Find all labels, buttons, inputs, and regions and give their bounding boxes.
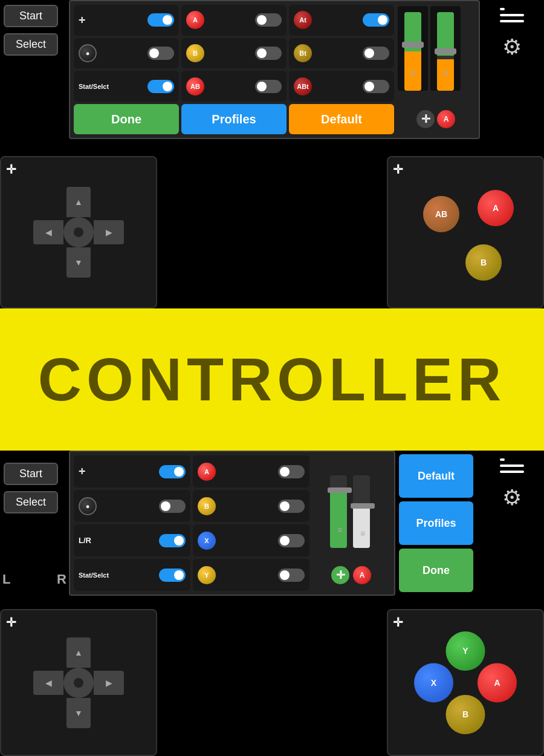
statselect-toggle[interactable] bbox=[147, 80, 174, 93]
a-toggle[interactable] bbox=[255, 13, 282, 27]
dpad-move-icon-bottom[interactable]: ✛ bbox=[6, 615, 16, 630]
bt-toggle[interactable] bbox=[363, 47, 389, 60]
dpad-left-bottom[interactable]: ◀ bbox=[33, 671, 63, 695]
at-btn-row: At bbox=[289, 5, 394, 36]
y-button-bottom[interactable]: Y bbox=[198, 566, 216, 584]
bottom-section: Start Select L R ✛ A ≡ bbox=[0, 451, 544, 756]
hamburger-menu-bottom[interactable] bbox=[500, 457, 524, 475]
profiles-button-bottom[interactable]: Profiles bbox=[399, 501, 473, 545]
action-panel-bottom: Default Profiles Done bbox=[395, 451, 477, 596]
x-cluster-btn-bottom[interactable]: X bbox=[414, 663, 453, 702]
start-button-bottom[interactable]: Start bbox=[4, 463, 58, 485]
controller-title: CONTROLLER bbox=[38, 345, 506, 414]
slider-actions-bottom: ✛ A bbox=[312, 559, 390, 591]
dpad-top[interactable]: ▲ ◀ ▶ ▼ bbox=[33, 187, 124, 278]
joystick-button-bottom[interactable]: ● bbox=[79, 497, 97, 515]
joystick-toggle-bottom-row: ● bbox=[74, 490, 190, 522]
statselect-toggle-row: Stat/Selct bbox=[74, 71, 179, 102]
joystick-button[interactable]: ● bbox=[79, 44, 97, 62]
black-center-bottom bbox=[157, 609, 387, 756]
lr-toggle-bottom[interactable] bbox=[159, 534, 186, 547]
settings-icon-top[interactable]: ⚙ bbox=[499, 34, 525, 60]
done-button-top[interactable]: Done bbox=[74, 104, 179, 134]
black-center-top bbox=[157, 156, 387, 308]
slider-a-bottom[interactable]: A bbox=[353, 566, 371, 584]
b-toggle[interactable] bbox=[255, 47, 282, 60]
a-cluster-btn-bottom[interactable]: A bbox=[478, 663, 517, 702]
statselect-toggle-bottom-row: Stat/Selct bbox=[74, 559, 190, 591]
btn-panel-move-icon-top[interactable]: ✛ bbox=[393, 162, 403, 177]
lr-labels: L R bbox=[0, 572, 69, 587]
profiles-button-top[interactable]: Profiles bbox=[181, 104, 287, 134]
vslider-pair-bottom: ≡ ≡ bbox=[312, 455, 390, 556]
select-button-bottom[interactable]: Select bbox=[4, 491, 58, 513]
btn-cluster-top: AB A B bbox=[411, 178, 520, 287]
abt-button[interactable]: ABt bbox=[294, 77, 312, 96]
ab-toggle[interactable] bbox=[255, 80, 282, 93]
slider-actions-top: ✛ A bbox=[397, 104, 475, 134]
btn-panel-top: ✛ AB A B bbox=[387, 156, 544, 308]
dpad-toggle[interactable] bbox=[147, 13, 174, 27]
slider-a-top[interactable]: A bbox=[437, 110, 455, 128]
x-button-bottom[interactable]: X bbox=[198, 532, 216, 550]
at-toggle[interactable] bbox=[363, 13, 389, 27]
dpad-dot-top bbox=[74, 227, 83, 237]
done-button-bottom[interactable]: Done bbox=[399, 549, 473, 592]
dpad-bottom[interactable]: ▲ ◀ ▶ ▼ bbox=[33, 637, 124, 728]
b-button[interactable]: B bbox=[186, 44, 204, 62]
b-cluster-btn-bottom[interactable]: B bbox=[446, 695, 485, 734]
dpad-right-bottom[interactable]: ▶ bbox=[94, 671, 124, 695]
dpad-toggle-bottom-row: ✛ bbox=[74, 455, 190, 487]
dpad-right-top[interactable]: ▶ bbox=[94, 220, 124, 244]
statselect-label-bottom: Stat/Selct bbox=[79, 572, 109, 579]
slider-panel-top: ≡ ≡ bbox=[397, 5, 475, 102]
lr-toggle-bottom-row: L/R bbox=[74, 524, 190, 556]
a-button-bottom[interactable]: A bbox=[198, 463, 216, 481]
slider-col-1: ≡ bbox=[398, 6, 428, 91]
select-button-top[interactable]: Select bbox=[4, 33, 58, 56]
l-label: L bbox=[2, 572, 10, 587]
bt-btn-row: Bt bbox=[289, 38, 394, 69]
lr-toggle-label: L/R bbox=[79, 536, 91, 545]
settings-icon-bottom[interactable]: ⚙ bbox=[499, 484, 525, 511]
ab-cluster-btn-top[interactable]: AB bbox=[423, 196, 459, 232]
dpad-up-top[interactable]: ▲ bbox=[66, 187, 91, 217]
y-toggle-bottom[interactable] bbox=[278, 569, 305, 582]
dpad-label-bottom: ✛ bbox=[79, 467, 85, 476]
x-toggle-bottom[interactable] bbox=[278, 534, 305, 547]
top-right-icons: ⚙ bbox=[480, 0, 544, 139]
hamburger-menu-top[interactable] bbox=[500, 6, 524, 24]
a-toggle-bottom[interactable] bbox=[278, 465, 305, 478]
bt-button[interactable]: Bt bbox=[294, 44, 312, 62]
ab-button[interactable]: AB bbox=[186, 77, 204, 96]
btn-panel-move-icon-bottom[interactable]: ✛ bbox=[393, 615, 403, 630]
btn-panel-bottom: ✛ Y X A B bbox=[387, 609, 544, 756]
joystick-toggle-row: ● bbox=[74, 38, 179, 69]
statselect-toggle-bottom[interactable] bbox=[159, 569, 186, 582]
b-cluster-btn-top[interactable]: B bbox=[465, 244, 502, 281]
joystick-toggle[interactable] bbox=[147, 47, 174, 60]
dpad-down-bottom[interactable]: ▼ bbox=[66, 698, 91, 728]
default-button-bottom[interactable]: Default bbox=[399, 454, 473, 498]
dpad-up-bottom[interactable]: ▲ bbox=[66, 637, 91, 668]
dpad-area-bottom: ✛ ▲ ◀ ▶ ▼ bbox=[0, 609, 157, 756]
slider-plus-bottom[interactable]: ✛ bbox=[331, 566, 349, 584]
dpad-left-top[interactable]: ◀ bbox=[33, 220, 63, 244]
dpad-down-top[interactable]: ▼ bbox=[66, 247, 91, 278]
top-section: Start Select ✛ A At ≡ bbox=[0, 0, 544, 308]
a-cluster-btn-top[interactable]: A bbox=[478, 190, 514, 226]
x-btn-bottom-row: X bbox=[193, 524, 309, 556]
b-button-bottom[interactable]: B bbox=[198, 497, 216, 515]
dpad-toggle-bottom[interactable] bbox=[159, 465, 186, 478]
b-toggle-bottom[interactable] bbox=[278, 500, 305, 513]
joystick-toggle-bottom[interactable] bbox=[159, 500, 186, 513]
a-btn-row: A bbox=[181, 5, 287, 36]
abt-toggle[interactable] bbox=[363, 80, 389, 93]
y-cluster-btn-bottom[interactable]: Y bbox=[446, 631, 485, 671]
start-button-top[interactable]: Start bbox=[4, 5, 58, 27]
default-button-top[interactable]: Default bbox=[289, 104, 394, 134]
at-button[interactable]: At bbox=[294, 11, 312, 29]
a-button[interactable]: A bbox=[186, 11, 204, 29]
slider-plus-top[interactable]: ✛ bbox=[416, 110, 435, 128]
dpad-move-icon-top[interactable]: ✛ bbox=[6, 162, 16, 177]
